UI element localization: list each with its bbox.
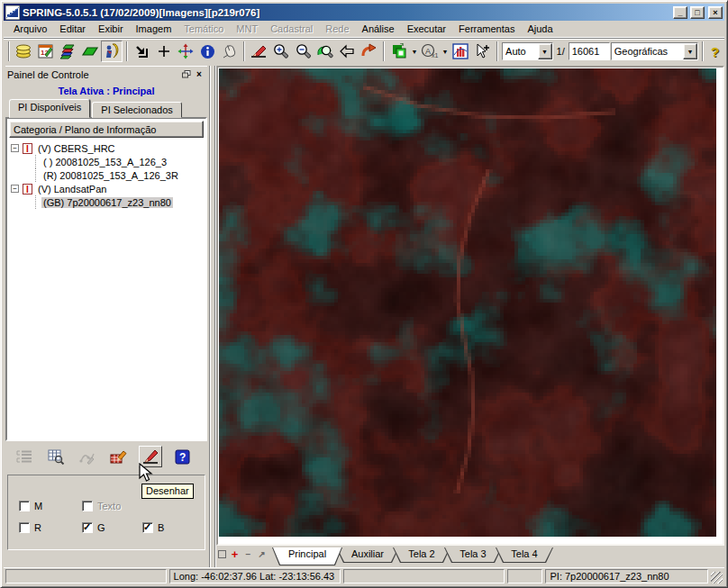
menu-analise[interactable]: Análise xyxy=(356,22,401,36)
tab-auxiliar[interactable]: Auxiliar xyxy=(336,547,399,563)
zoom-out-button[interactable] xyxy=(293,41,314,62)
menu-mnt: MNT xyxy=(230,22,264,36)
remove-screen-icon[interactable]: − xyxy=(243,549,253,559)
minimize-button[interactable]: _ xyxy=(673,6,687,19)
pi-tabs: PI Disponíveis PI Selecionados xyxy=(5,98,207,118)
tree-row-category[interactable]: − I (V) LandsatPan xyxy=(9,182,204,195)
b-checkbox[interactable] xyxy=(142,522,153,533)
tree-label[interactable]: (V) CBERS_HRC xyxy=(36,143,117,154)
tab-pi-selecionados[interactable]: PI Selecionados xyxy=(92,102,182,118)
image-canvas-area[interactable] xyxy=(216,66,724,546)
help-icon[interactable]: ? xyxy=(707,44,723,59)
menu-arquivo[interactable]: Arquivo xyxy=(7,22,53,36)
visibility-button[interactable] xyxy=(388,41,409,62)
zoom-region-button[interactable] xyxy=(314,41,335,62)
satellite-image[interactable] xyxy=(219,68,716,537)
attribute-table-button[interactable] xyxy=(44,446,68,467)
zoom-mode-dropdown-arrow[interactable]: ▼ xyxy=(538,43,552,59)
tree-label[interactable]: (R) 20081025_153_A_126_3R xyxy=(41,170,180,181)
pointer-mode-button[interactable] xyxy=(101,41,122,62)
menu-ajuda[interactable]: Ajuda xyxy=(521,22,559,36)
tree-label[interactable]: (V) LandsatPan xyxy=(36,184,108,194)
matrix-edit-button[interactable] xyxy=(107,446,131,467)
vector-edit-button[interactable] xyxy=(76,446,99,467)
select-pointer-button[interactable] xyxy=(472,41,493,62)
tree-connector xyxy=(9,195,36,209)
previous-view-button[interactable] xyxy=(337,41,358,62)
undo-arrow-icon xyxy=(360,43,378,59)
tree-row-plane[interactable]: (R) 20081025_153_A_126_3R xyxy=(9,168,204,182)
checkbox-g[interactable]: G xyxy=(82,522,142,533)
edit-button[interactable] xyxy=(249,41,269,62)
draw-pencil-icon xyxy=(141,448,159,465)
menu-tematico: Temático xyxy=(177,22,230,36)
m-checkbox[interactable] xyxy=(19,501,30,511)
project-button[interactable]: 12 xyxy=(35,41,56,62)
zoom-in-button[interactable] xyxy=(271,41,292,62)
texto-checkbox xyxy=(82,501,93,511)
recompose-button[interactable] xyxy=(132,41,152,62)
add-screen-icon[interactable]: + xyxy=(230,549,240,559)
close-panel-icon[interactable]: × xyxy=(193,68,205,80)
tree-row-category[interactable]: − I (V) CBERS_HRC xyxy=(9,141,204,155)
layers-button[interactable] xyxy=(58,41,78,62)
list-planes-button[interactable] xyxy=(13,446,36,467)
tree-row-plane[interactable]: ( ) 20081025_153_A_126_3 xyxy=(9,155,204,168)
tree-label[interactable]: ( ) 20081025_153_A_126_3 xyxy=(41,157,168,167)
info-button[interactable] xyxy=(197,41,218,62)
menu-editar[interactable]: Editar xyxy=(53,22,92,36)
tree-header[interactable]: Categoria / Plano de Informação xyxy=(9,121,204,138)
zoom-mode-combo[interactable]: Auto ▼ xyxy=(502,42,552,60)
tree-label-selected[interactable]: (GB) 7p20000617_z23_nn80 xyxy=(41,197,173,208)
undo-button[interactable] xyxy=(359,41,379,62)
pi-tree: Categoria / Plano de Informação − I (V) … xyxy=(5,117,207,441)
tab-tela-2[interactable]: Tela 2 xyxy=(393,547,450,563)
checkbox-r[interactable]: R xyxy=(19,522,82,533)
tab-pi-disponiveis[interactable]: PI Disponíveis xyxy=(9,99,90,118)
pan-button[interactable] xyxy=(175,41,196,62)
menu-imagem[interactable]: Imagem xyxy=(130,22,178,36)
database-button[interactable] xyxy=(14,41,34,62)
contrast-button[interactable] xyxy=(450,41,470,62)
menu-exibir[interactable]: Exibir xyxy=(92,22,130,36)
draw-button[interactable] xyxy=(139,446,162,467)
panel-button-row: ? xyxy=(5,441,207,471)
status-small-panel xyxy=(507,569,543,583)
menu-executar[interactable]: Executar xyxy=(401,22,452,36)
new-screen-icon[interactable] xyxy=(218,550,226,558)
checkbox-m[interactable]: M xyxy=(19,501,82,511)
tree-connector xyxy=(9,155,36,168)
tab-tela-4[interactable]: Tela 4 xyxy=(496,547,553,563)
panel-help-button[interactable]: ? xyxy=(170,446,194,467)
detach-screen-icon[interactable]: ↗ xyxy=(257,549,267,559)
title-bar[interactable]: SPRING-5.0.5.1 (17/02/2009)[Imagens][p21… xyxy=(4,4,724,21)
mouse-locate-button[interactable] xyxy=(219,41,240,62)
maximize-button[interactable]: □ xyxy=(690,6,705,19)
resize-grip[interactable] xyxy=(711,572,723,583)
toolbar: 12 xyxy=(4,38,724,64)
tab-principal[interactable]: Principal xyxy=(272,547,342,565)
checkbox-b[interactable]: B xyxy=(142,522,164,533)
menu-ferramentas[interactable]: Ferramentas xyxy=(452,22,521,36)
g-checkbox[interactable] xyxy=(82,522,93,533)
coords-mode-dropdown-arrow[interactable]: ▼ xyxy=(683,43,697,59)
r-checkbox[interactable] xyxy=(19,522,30,533)
checkbox-texto: Texto xyxy=(82,501,142,511)
tab-tela-3[interactable]: Tela 3 xyxy=(444,547,502,563)
collapse-icon[interactable]: − xyxy=(11,144,19,152)
coords-mode-combo[interactable]: Geográficas ▼ xyxy=(611,42,698,60)
zoom-out-icon xyxy=(296,43,312,59)
plane-button[interactable] xyxy=(79,41,100,62)
crosshair-button[interactable] xyxy=(153,41,174,62)
toolbar-separator xyxy=(702,41,704,61)
panel-splitter[interactable] xyxy=(209,66,216,567)
scale-mode-button[interactable]: A x1 xyxy=(419,41,440,62)
corner-arrow-icon xyxy=(133,43,150,59)
close-button[interactable]: × xyxy=(708,6,723,19)
tree-row-plane[interactable]: (GB) 7p20000617_z23_nn80 xyxy=(9,195,204,209)
collapse-icon[interactable]: − xyxy=(11,185,19,193)
visibility-dropdown-arrow[interactable]: ▼ xyxy=(411,49,419,55)
float-panel-icon[interactable] xyxy=(180,68,193,80)
scale-input[interactable] xyxy=(569,42,610,60)
scale-dropdown-arrow[interactable]: ▼ xyxy=(441,49,450,55)
